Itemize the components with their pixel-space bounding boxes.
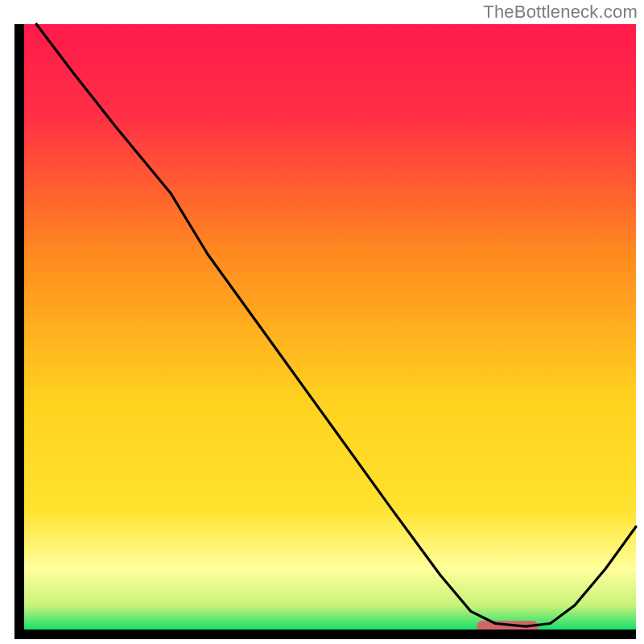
gradient-background	[24, 24, 636, 630]
watermark-text: TheBottleneck.com	[483, 2, 638, 23]
chart-canvas	[0, 0, 644, 644]
plot-area	[24, 24, 636, 632]
x-axis	[14, 630, 636, 639]
y-axis	[14, 24, 24, 639]
